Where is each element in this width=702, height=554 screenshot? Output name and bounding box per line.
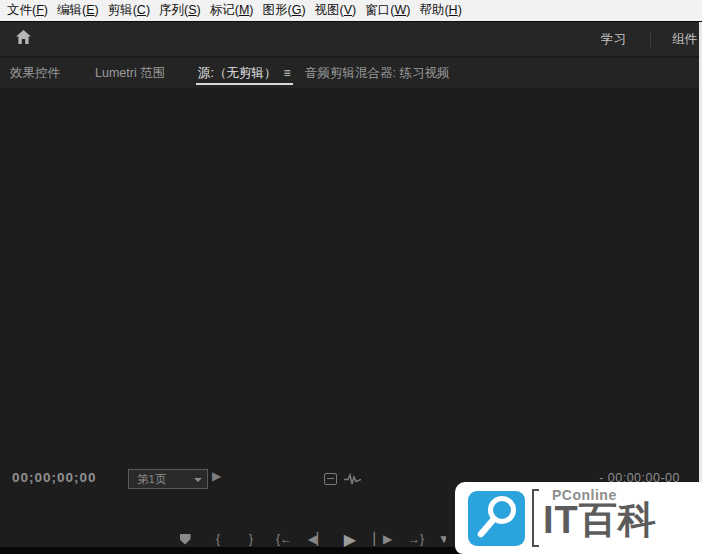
- menu-file[interactable]: 文件(F): [7, 2, 48, 19]
- toolbar: 学习 组件: [0, 22, 702, 58]
- drag-video-only-icon[interactable]: [324, 473, 337, 485]
- watermark-bracket: [532, 489, 539, 547]
- tab-audio-clip-mixer[interactable]: 音频剪辑混合器: 练习视频: [305, 58, 449, 88]
- menu-clip[interactable]: 剪辑(C): [108, 2, 150, 19]
- current-timecode[interactable]: 00;00;00;00: [12, 470, 97, 485]
- menu-help[interactable]: 帮助(H): [419, 2, 461, 19]
- menu-bar: 文件(F)编辑(E)剪辑(C)序列(S)标记(M)图形(G)视图(V)窗口(W)…: [0, 0, 702, 22]
- menu-window[interactable]: 窗口(W): [365, 2, 410, 19]
- drag-audio-only-icon[interactable]: [344, 472, 361, 491]
- tab-source-monitor[interactable]: 源:（无剪辑）≡: [198, 58, 291, 88]
- add-marker-button[interactable]: [174, 529, 196, 549]
- workspace-switcher: 学习 组件: [601, 22, 702, 56]
- tab-label: 源:（无剪辑）: [198, 65, 276, 82]
- watermark-logo-tile: [468, 491, 525, 546]
- menu-graphics[interactable]: 图形(G): [263, 2, 306, 19]
- step-back-button[interactable]: ◀▏: [306, 529, 328, 549]
- home-icon: [15, 29, 32, 49]
- zoom-level-select[interactable]: 第1页: [128, 469, 208, 489]
- mini-play-icon[interactable]: ▶: [212, 469, 221, 483]
- home-button[interactable]: [13, 30, 33, 48]
- play-button[interactable]: ▶: [339, 529, 361, 549]
- workspace-components[interactable]: 组件: [672, 31, 702, 48]
- menu-sequence[interactable]: 序列(S): [159, 2, 201, 19]
- insert-button[interactable]: ▼: [438, 529, 446, 549]
- tab-label: 音频剪辑混合器: 练习视频: [305, 65, 449, 82]
- tab-label: Lumetri 范围: [95, 65, 165, 82]
- panel-menu-icon[interactable]: ≡: [283, 66, 290, 80]
- mark-in-button[interactable]: {: [207, 529, 229, 549]
- step-forward-button[interactable]: ▏▶: [372, 529, 394, 549]
- tab-lumetri-scopes[interactable]: Lumetri 范围: [95, 58, 165, 88]
- chevron-down-icon: [194, 478, 202, 482]
- tab-effect-controls[interactable]: 效果控件: [10, 58, 60, 88]
- watermark-title: IT百科: [543, 498, 657, 544]
- magnifier-icon: [468, 491, 525, 546]
- menu-edit[interactable]: 编辑(E): [57, 2, 99, 19]
- watermark-badge: PConline IT百科: [455, 482, 702, 554]
- go-to-in-button[interactable]: {←: [273, 529, 295, 549]
- panel-tab-bar: 效果控件Lumetri 范围源:（无剪辑）≡音频剪辑混合器: 练习视频: [0, 58, 702, 88]
- go-to-out-button[interactable]: →}: [405, 529, 427, 549]
- menu-markers[interactable]: 标记(M): [210, 2, 254, 19]
- premiere-window: 文件(F)编辑(E)剪辑(C)序列(S)标记(M)图形(G)视图(V)窗口(W)…: [0, 0, 702, 554]
- tab-label: 效果控件: [10, 65, 60, 82]
- mark-out-button[interactable]: }: [240, 529, 262, 549]
- menu-view[interactable]: 视图(V): [315, 2, 357, 19]
- toolbar-divider: [650, 32, 651, 47]
- zoom-level-value: 第1页: [137, 473, 166, 485]
- workspace-learn[interactable]: 学习: [601, 31, 626, 48]
